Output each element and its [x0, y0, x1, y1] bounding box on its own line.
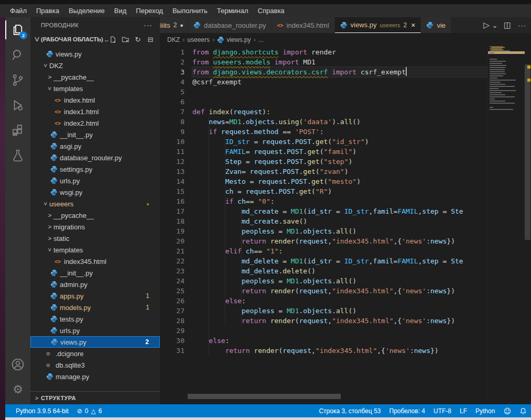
menu-item-терминал[interactable]: Терминал [212, 7, 253, 15]
tree-item-models.py[interactable]: models.py1 [30, 302, 160, 313]
menu-item-вид[interactable]: Вид [110, 7, 132, 15]
account-button[interactable] [5, 352, 30, 377]
code-line-3[interactable]: from django.views.decorators.csrf import… [192, 67, 487, 77]
code-line-21[interactable]: elif ch== "1": [192, 246, 487, 256]
tab-index345.html[interactable]: <>index345.html [272, 17, 335, 33]
tree-item-DKZ[interactable]: >DKZ [30, 60, 160, 71]
code-line-4[interactable]: @csrf_exempt [192, 77, 487, 87]
new-folder-icon[interactable] [121, 35, 129, 43]
tree-item-index1.html[interactable]: <>index1.html [30, 106, 160, 117]
code-line-22[interactable]: md_delete = MD1(id_str = ID_str,famil=FA… [192, 256, 487, 266]
eol-status[interactable]: LF [456, 404, 471, 417]
tree-item-urls.py[interactable]: urls.py [30, 325, 160, 336]
tree-item-apps.py[interactable]: apps.py1 [30, 290, 160, 302]
tree-item-views.py[interactable]: views.py2 [30, 336, 160, 348]
extensions-activity-button[interactable] [5, 118, 30, 143]
tree-item-__pycache__[interactable]: >__pycache__ [30, 209, 160, 221]
feedback-icon[interactable]: ☺ [499, 404, 515, 417]
code-line-18[interactable]: md_create.save() [192, 216, 487, 226]
code-line-23[interactable]: md_delete.delete() [192, 266, 487, 276]
code-line-12[interactable]: Step = request.POST.get("step") [192, 157, 487, 167]
code-line-17[interactable]: md_create = MD1(id_str = ID_str,famil=FA… [192, 206, 487, 216]
tree-item-index.html[interactable]: <>index.html [30, 94, 160, 106]
menu-item-переход[interactable]: Переход [131, 7, 168, 15]
code-line-27[interactable]: peopless = MD1.objects.all() [192, 306, 487, 316]
breadcrumb-item-useeers[interactable]: useeers [187, 36, 210, 43]
vertical-scrollbar-thumb[interactable] [525, 64, 530, 240]
code-line-9[interactable]: if request.method == 'POST': [192, 127, 487, 137]
code-line-10[interactable]: ID_str = request.POST.get("id_str") [192, 137, 487, 147]
minimap[interactable] [487, 46, 525, 399]
tree-item-templates[interactable]: >templates [30, 244, 160, 256]
tree-item-index345.html[interactable]: <>index345.html [30, 256, 160, 267]
breadcrumb-item-views.py[interactable]: views.py [217, 36, 251, 43]
menu-item-справка[interactable]: Справка [253, 7, 289, 15]
tree-item-wsgi.py[interactable]: wsgi.py [30, 186, 160, 198]
code-line-2[interactable]: from useeers.models import MD1 [192, 57, 487, 67]
code-line-8[interactable]: news=MD1.objects.using('daata').all() [192, 117, 487, 127]
close-icon[interactable]: × [411, 21, 415, 29]
tree-item-admin.py[interactable]: admin.py [30, 279, 160, 290]
tree-item-db.sqlite3[interactable]: ≡db.sqlite3 [30, 359, 160, 371]
horizontal-scrollbar[interactable] [160, 394, 487, 399]
code-line-1[interactable]: from django.shortcuts import render [192, 47, 487, 57]
python-interpreter-status[interactable]: Python 3.9.5 64-bit [5, 404, 73, 417]
explorer-activity-button[interactable]: 2 [5, 17, 30, 42]
code-line-13[interactable]: Zvan= request.POST.get("zvan") [192, 167, 487, 176]
problems-status[interactable]: ⊘0 △6 [73, 404, 106, 417]
breadcrumb-item-DKZ[interactable]: DKZ [167, 36, 180, 43]
tree-item-templates[interactable]: >templates [30, 83, 160, 94]
language-mode-status[interactable]: Python [471, 404, 499, 417]
menu-item-правка[interactable]: Правка [31, 7, 64, 15]
code-line-11[interactable]: FAMIL= request.POST.get("famil") [192, 147, 487, 157]
tree-item-database_roouter.py[interactable]: database_roouter.py [30, 152, 160, 163]
tab-views.py[interactable]: views.pyuseeers2× [335, 17, 421, 33]
tree-item-tests.py[interactable]: tests.py [30, 313, 160, 325]
explorer-more-actions[interactable]: ··· [144, 21, 153, 29]
code-line-26[interactable]: else: [192, 296, 487, 306]
code-line-24[interactable]: peopless = MD1.objects.all() [192, 276, 487, 286]
tree-item-migrations[interactable]: >migrations [30, 221, 160, 233]
code-line-31[interactable]: return render(request,"index345.html",{'… [192, 346, 487, 356]
code-line-14[interactable]: Mesto = request.POST.get("mesto") [192, 176, 487, 186]
code-line-29[interactable] [192, 326, 487, 336]
tab-database_roouter.py[interactable]: database_roouter.py [188, 17, 272, 33]
code-line-19[interactable]: peopless = MD1.objects.all() [192, 226, 487, 236]
code-line-20[interactable]: return render(request,"index345.html",{'… [192, 236, 487, 246]
menu-item-файл[interactable]: Файл [5, 7, 31, 15]
tree-item-__init__.py[interactable]: __init__.py [30, 129, 160, 140]
vertical-scrollbar[interactable] [524, 46, 531, 399]
source-control-activity-button[interactable] [5, 68, 30, 93]
refresh-icon[interactable]: ↻ [134, 35, 142, 43]
workspace-section-header[interactable]: > (РАБОЧАЯ ОБЛАСТЬ) ... ↻ ⊟ [30, 33, 160, 46]
tree-item-views.py[interactable]: views.py [30, 48, 160, 60]
code-line-5[interactable] [192, 87, 487, 97]
outline-section-header[interactable]: > СТРУКТУРА [30, 391, 160, 404]
code-line-25[interactable]: return render(request,"index345.html",{'… [192, 286, 487, 296]
notifications-bell-icon[interactable] [515, 404, 531, 417]
code-line-30[interactable]: else: [192, 336, 487, 346]
tree-item-settings.py[interactable]: settings.py [30, 163, 160, 175]
tree-item-urls.py[interactable]: urls.py [30, 175, 160, 186]
split-editor-icon[interactable]: ◫ [503, 20, 512, 30]
collapse-all-icon[interactable]: ⊟ [146, 35, 155, 43]
tree-item-.dcignore[interactable]: ≡.dcignore [30, 348, 160, 359]
encoding-status[interactable]: UTF-8 [429, 404, 456, 417]
new-file-icon[interactable] [109, 35, 117, 43]
tree-item-__init__.py[interactable]: __init__.py [30, 267, 160, 279]
run-dropdown-icon[interactable]: ⌄ [492, 20, 497, 30]
horizontal-scrollbar-thumb[interactable] [188, 394, 341, 399]
tab-diiits[interactable]: diiits2● [160, 17, 188, 33]
code-line-7[interactable]: def index(request): [192, 107, 487, 117]
search-activity-button[interactable] [5, 42, 30, 68]
indentation-status[interactable]: Пробелов: 4 [385, 404, 430, 417]
run-debug-activity-button[interactable] [5, 93, 30, 118]
tree-item-static[interactable]: >static [30, 233, 160, 244]
testing-activity-button[interactable] [5, 143, 30, 168]
menu-item-выполнить[interactable]: Выполнить [168, 7, 212, 15]
code-line-28[interactable]: return render(request,"index345.html",{'… [192, 316, 487, 326]
tab-vie[interactable]: vie [421, 17, 451, 33]
run-python-file-icon[interactable]: ▷ [482, 20, 491, 30]
cursor-position-status[interactable]: Строка 3, столбец 53 [315, 404, 385, 417]
more-actions-icon[interactable]: ··· [517, 20, 527, 30]
